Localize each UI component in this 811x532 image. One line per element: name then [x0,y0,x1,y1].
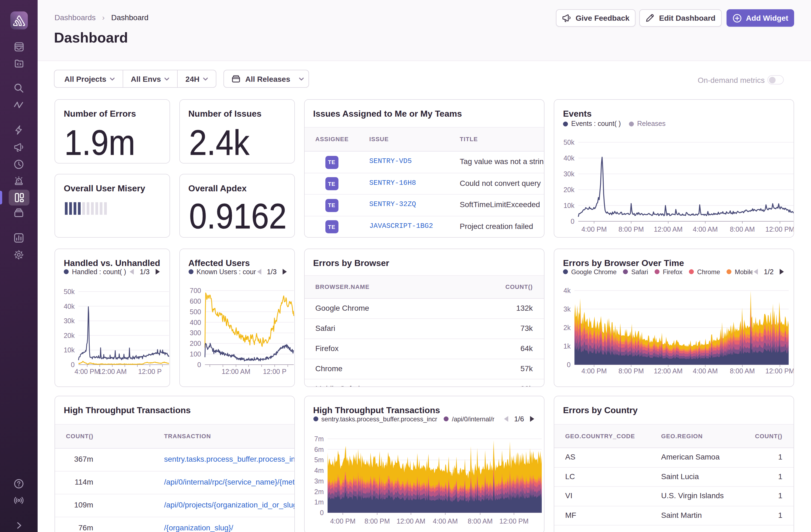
svg-text:500: 500 [189,308,201,316]
svg-text:20k: 20k [564,186,575,194]
svg-text:200: 200 [189,339,201,347]
svg-text:8:00 AM: 8:00 AM [730,225,755,233]
svg-text:3m: 3m [314,477,323,485]
svg-text:8:00 PM: 8:00 PM [618,367,644,375]
svg-text:12:00 PM: 12:00 PM [499,517,528,525]
svg-text:4:00 AM: 4:00 AM [432,517,458,525]
svg-text:20k: 20k [64,332,75,339]
svg-text:6m: 6m [314,445,323,453]
svg-text:7m: 7m [314,435,323,443]
svg-text:400: 400 [189,319,201,326]
svg-text:8:00 PM: 8:00 PM [364,517,389,525]
svg-text:30k: 30k [64,317,75,324]
svg-text:600: 600 [189,297,201,305]
svg-text:8:00 AM: 8:00 AM [468,517,492,525]
svg-text:12:00 AM: 12:00 AM [654,367,683,375]
svg-text:4k: 4k [564,287,571,294]
svg-text:4:00 PM: 4:00 PM [330,517,355,525]
svg-text:0: 0 [197,361,201,368]
svg-text:2k: 2k [564,324,571,331]
svg-text:1m: 1m [314,498,323,506]
svg-text:12:00 P: 12:00 P [263,368,286,375]
svg-text:10k: 10k [564,202,575,209]
svg-text:5m: 5m [314,456,323,463]
svg-text:4:00 PM: 4:00 PM [74,368,100,375]
svg-text:12:00 PM: 12:00 PM [765,367,794,375]
svg-text:4:00 AM: 4:00 AM [693,225,718,233]
svg-text:4:00 PM: 4:00 PM [581,225,607,233]
svg-text:50k: 50k [564,138,575,146]
svg-text:50k: 50k [64,288,75,295]
svg-text:0: 0 [320,509,323,516]
svg-text:2m: 2m [314,488,323,496]
svg-text:3k: 3k [564,305,571,313]
svg-text:40k: 40k [564,154,575,162]
svg-text:8:00 AM: 8:00 AM [730,367,755,375]
svg-text:40k: 40k [64,303,75,310]
svg-text:4m: 4m [314,467,323,474]
svg-text:100: 100 [189,350,201,358]
svg-text:0: 0 [567,361,571,368]
svg-text:700: 700 [189,287,201,294]
svg-text:12:00 P: 12:00 P [138,368,162,375]
svg-text:10k: 10k [64,346,75,354]
svg-text:12:00 AM: 12:00 AM [98,368,127,375]
svg-text:12:00 PM: 12:00 PM [765,225,794,233]
svg-text:0: 0 [571,217,575,225]
svg-text:0: 0 [71,361,75,368]
svg-text:12:00 AM: 12:00 AM [654,225,683,233]
svg-text:12:00 AM: 12:00 AM [221,368,250,375]
svg-text:1k: 1k [564,342,571,350]
svg-text:4:00 PM: 4:00 PM [581,367,607,375]
svg-text:4:00 AM: 4:00 AM [693,367,718,375]
svg-text:8:00 PM: 8:00 PM [618,225,644,233]
svg-text:12:00 AM: 12:00 AM [396,517,425,525]
svg-text:300: 300 [189,329,201,337]
svg-text:30k: 30k [564,170,575,178]
